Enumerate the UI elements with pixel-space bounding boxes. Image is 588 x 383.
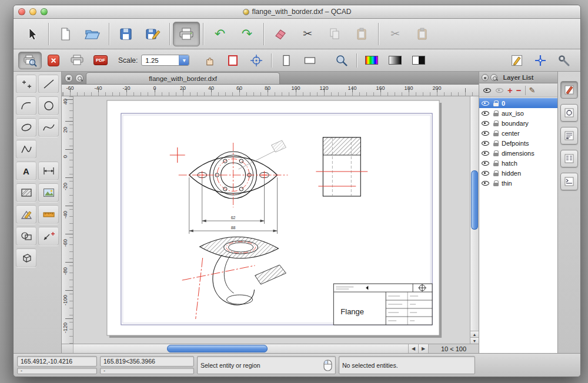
scroll-up-button[interactable]: ▲ xyxy=(470,331,479,337)
layer-visibility-icon[interactable] xyxy=(481,179,490,187)
text-tool-button[interactable]: A xyxy=(16,162,36,180)
full-color-mode-button[interactable] xyxy=(360,52,383,69)
layer-visibility-icon[interactable] xyxy=(481,159,490,167)
drawing-canvas[interactable]: 62 88 xyxy=(74,96,470,344)
undo-button[interactable]: ↶ xyxy=(206,22,233,46)
scroll-right-button[interactable]: ▶ xyxy=(418,344,428,353)
vertical-scrollbar[interactable]: ▲ ▼ xyxy=(470,96,479,344)
close-panel-button[interactable] xyxy=(482,74,489,81)
layer-lock-icon[interactable] xyxy=(492,139,499,147)
copy-button[interactable] xyxy=(321,22,348,46)
hide-all-layers-button[interactable] xyxy=(495,86,504,94)
paste-button[interactable] xyxy=(348,22,375,46)
line-tool-button[interactable] xyxy=(38,75,59,93)
show-paper-borders-button[interactable] xyxy=(221,52,245,69)
eraser-button[interactable] xyxy=(267,22,294,46)
save-as-button[interactable] xyxy=(139,22,166,46)
vertical-scrollbar-thumb[interactable] xyxy=(471,170,478,230)
snap-tool-button[interactable] xyxy=(38,227,59,246)
dimension-tool-button[interactable] xyxy=(38,162,59,180)
grayscale-mode-button[interactable] xyxy=(383,52,407,69)
remove-layer-button[interactable]: − xyxy=(516,86,522,95)
pan-button[interactable] xyxy=(198,52,221,69)
cut-with-reference-button[interactable]: ✂ xyxy=(382,22,409,46)
print-document-button[interactable] xyxy=(65,52,89,69)
scroll-left-button[interactable]: ◀ xyxy=(408,344,418,353)
layer-lock-icon[interactable] xyxy=(492,109,499,117)
layer-visibility-icon[interactable] xyxy=(481,129,490,137)
library-browser-dock-button[interactable] xyxy=(560,127,578,145)
zoom-button[interactable] xyxy=(330,52,353,69)
solid-tool-button[interactable] xyxy=(16,248,36,267)
layer-row[interactable]: center xyxy=(479,128,557,138)
zoom-window-button[interactable] xyxy=(41,8,48,15)
scale-select[interactable]: 1.25 ▾ xyxy=(141,55,189,66)
modify-tool-button[interactable] xyxy=(16,205,36,224)
horizontal-scrollbar-thumb[interactable] xyxy=(167,345,268,352)
layer-lock-icon[interactable] xyxy=(492,119,499,127)
layer-row[interactable]: aux_iso xyxy=(479,108,557,118)
layer-visibility-icon[interactable] xyxy=(481,109,490,117)
close-tab-button[interactable] xyxy=(65,74,73,82)
layer-visibility-icon[interactable] xyxy=(481,139,490,147)
redo-button[interactable]: ↷ xyxy=(233,22,260,46)
minimize-window-button[interactable] xyxy=(29,8,36,15)
titlebar[interactable]: flange_with_border.dxf – QCAD xyxy=(14,5,580,19)
point-tool-button[interactable] xyxy=(16,75,36,93)
hatch-tool-button[interactable] xyxy=(16,183,36,202)
arc-tool-button[interactable] xyxy=(16,96,36,115)
spline-tool-button[interactable] xyxy=(38,118,59,137)
save-button[interactable] xyxy=(112,22,139,46)
close-window-button[interactable] xyxy=(18,8,25,15)
layer-list-dock-button[interactable] xyxy=(560,81,578,99)
layer-row[interactable]: boundary xyxy=(479,118,557,128)
paste-with-reference-button[interactable] xyxy=(409,22,436,46)
layer-row[interactable]: hatch xyxy=(479,158,557,168)
layer-lock-icon[interactable] xyxy=(492,99,499,107)
scroll-down-button[interactable]: ▼ xyxy=(470,337,479,344)
property-editor-dock-button[interactable] xyxy=(560,150,578,167)
settings-button[interactable] xyxy=(552,52,576,69)
draft-mode-button[interactable] xyxy=(505,52,529,69)
add-coordinate-button[interactable] xyxy=(529,52,552,69)
show-all-layers-button[interactable] xyxy=(483,86,492,94)
layer-lock-icon[interactable] xyxy=(492,159,499,167)
circle-tool-button[interactable] xyxy=(38,96,59,115)
black-white-mode-button[interactable] xyxy=(407,52,430,69)
float-panel-button[interactable] xyxy=(490,74,497,81)
layer-lock-icon[interactable] xyxy=(492,149,499,157)
close-print-preview-button[interactable] xyxy=(42,52,65,69)
new-file-button[interactable] xyxy=(52,22,79,46)
horizontal-scrollbar[interactable] xyxy=(74,344,408,353)
block-list-dock-button[interactable] xyxy=(560,104,578,122)
layer-visibility-icon[interactable] xyxy=(481,99,490,107)
layer-row[interactable]: Defpoints xyxy=(479,138,557,148)
layer-visibility-icon[interactable] xyxy=(481,169,490,177)
document-tab[interactable]: flange_with_border.dxf xyxy=(86,72,280,84)
block-tool-button[interactable] xyxy=(16,227,36,246)
cut-button[interactable]: ✂ xyxy=(294,22,321,46)
portrait-orientation-button[interactable] xyxy=(275,52,298,69)
edit-layer-button[interactable]: ✎ xyxy=(529,86,536,95)
layer-lock-icon[interactable] xyxy=(492,169,499,177)
layer-row[interactable]: dimensions xyxy=(479,148,557,158)
landscape-orientation-button[interactable] xyxy=(298,52,322,69)
pdf-export-button[interactable]: PDF xyxy=(89,52,112,69)
command-line-dock-button[interactable] xyxy=(560,173,578,190)
auto-fit-drawing-button[interactable] xyxy=(245,52,268,69)
layer-row[interactable]: hidden xyxy=(479,168,557,178)
tab-zoom-button[interactable] xyxy=(75,74,83,82)
print-button[interactable] xyxy=(173,22,200,46)
select-tool-button[interactable] xyxy=(18,22,45,46)
layer-lock-icon[interactable] xyxy=(492,179,499,187)
ellipse-tool-button[interactable] xyxy=(16,118,36,137)
measure-tool-button[interactable] xyxy=(38,205,59,224)
layer-row[interactable]: 0 xyxy=(479,98,557,108)
chevron-down-icon[interactable]: ▾ xyxy=(179,55,189,65)
add-layer-button[interactable]: + xyxy=(507,86,513,95)
polyline-tool-button[interactable] xyxy=(16,140,36,159)
print-preview-button[interactable] xyxy=(18,52,42,69)
image-tool-button[interactable] xyxy=(38,183,59,202)
layer-visibility-icon[interactable] xyxy=(481,119,490,127)
open-file-button[interactable] xyxy=(79,22,106,46)
